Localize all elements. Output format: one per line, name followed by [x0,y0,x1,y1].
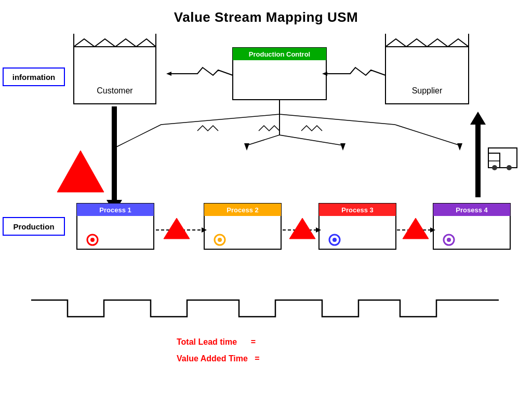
truck-body [488,148,517,168]
truck-cab [488,153,500,168]
customer-text: Customer [74,67,156,114]
arrow-prodctrl-customer [171,67,233,75]
push-head-2-3 [316,227,321,233]
inv-triangle-3-4 [403,218,429,239]
total-lead-time-label: Total Lead time = [177,337,256,347]
push-triangle-large [57,151,104,192]
zag-2 [259,126,280,131]
truck-wheel-rear [507,165,512,170]
page-title: Value Stream Mapping USM [0,0,532,25]
zag-1 [197,126,218,131]
circle-p2-inner [218,238,222,242]
arrow-left-head2 [322,72,327,76]
push-head-1-2 [202,227,207,233]
process3-label: Process 3 [319,204,396,216]
production-label: Production [3,217,65,236]
arrow-supplier-prodctrl [327,67,385,75]
process1-label: Process 1 [77,204,154,216]
value-added-time-label: Value Added Time = [177,354,260,363]
arrow-left-head1 [166,72,171,76]
supplier-up-arrow-head [470,112,486,125]
supplier-roof [385,34,469,47]
canvas: Value Stream Mapping USM [0,0,532,393]
push-head-3-4 [430,227,435,233]
circle-p3 [329,235,340,245]
timeline [31,300,499,317]
fan-head-1 [112,146,117,153]
fan-line-3 [280,100,343,145]
prod-ctrl-label: Production Control [233,48,326,60]
circle-p3-inner [332,238,337,242]
inv-triangle-1-2 [164,218,190,239]
circle-p4-inner [447,238,451,242]
zag-3 [301,126,322,131]
circle-p1-inner [90,238,95,242]
circle-p4 [444,235,454,245]
inv-triangle-2-3 [289,218,315,239]
truck-wheel-front [492,165,497,170]
fan-line-2 [247,100,280,145]
supplier-text: Supplier [385,67,469,114]
fan-head-3 [340,143,345,151]
customer-roof [74,34,156,47]
process2-label: Process 2 [204,204,281,216]
information-label: information [3,67,65,86]
circle-p1 [87,235,98,245]
fan-head-2 [244,143,249,151]
fan-head-4 [457,143,462,151]
process4-label: Prosess 4 [433,204,510,216]
circle-p2 [215,235,225,245]
